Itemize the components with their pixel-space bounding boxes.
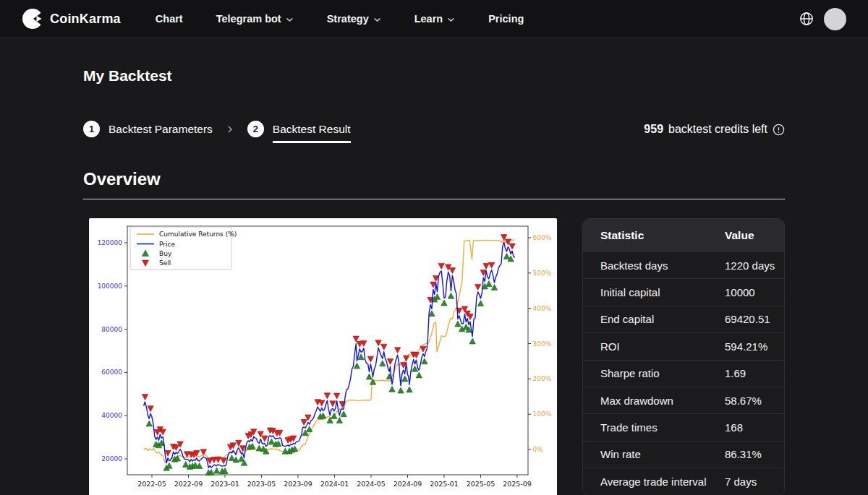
svg-text:Cumulative Returns (%): Cumulative Returns (%) [159, 231, 237, 238]
stat-label: End capital [583, 313, 725, 325]
table-row: Trade times168 [583, 413, 784, 440]
stat-label: Sharpe ratio [583, 367, 725, 379]
stat-value: 594.21% [725, 340, 784, 353]
nav-item-chart[interactable]: Chart [156, 13, 183, 25]
table-row: Sharpe ratio1.69 [583, 360, 784, 387]
section-title-overview: Overview [83, 169, 785, 189]
svg-text:2022-05: 2022-05 [137, 480, 166, 488]
step-1-label: Backtest Parameters [109, 123, 213, 136]
stat-label: Backtest days [583, 259, 725, 272]
nav-item-label: Pricing [488, 13, 524, 25]
credits-count: 959 [644, 123, 663, 136]
page-title: My Backtest [83, 67, 785, 85]
chevron-down-icon [373, 17, 381, 22]
nav-item-strategy[interactable]: Strategy [327, 13, 381, 25]
chevron-down-icon [447, 17, 455, 22]
section-divider [83, 199, 785, 199]
table-row: ROI594.21% [583, 332, 784, 359]
svg-text:2025-09: 2025-09 [503, 480, 532, 488]
header-value: Value [725, 229, 784, 242]
avatar[interactable] [824, 8, 846, 30]
stat-value: 1220 days [725, 259, 784, 272]
svg-text:2024-09: 2024-09 [393, 480, 422, 488]
svg-text:0%: 0% [533, 446, 544, 453]
nav-right [799, 8, 846, 30]
svg-text:400%: 400% [533, 305, 552, 312]
step-1-number: 1 [83, 121, 100, 137]
nav-item-pricing[interactable]: Pricing [488, 13, 524, 25]
language-button[interactable] [799, 12, 814, 26]
svg-text:200%: 200% [533, 375, 552, 382]
svg-text:600%: 600% [533, 234, 552, 241]
stat-label: ROI [583, 340, 725, 353]
nav-item-label: Strategy [327, 13, 369, 25]
nav-item-learn[interactable]: Learn [414, 13, 456, 25]
nav-links: ChartTelegram botStrategyLearnPricing [156, 13, 799, 25]
svg-text:2025-01: 2025-01 [430, 480, 459, 488]
nav-item-telegram-bot[interactable]: Telegram bot [216, 13, 294, 25]
backtest-chart-figure: 2022-052022-092023-012023-052023-092024-… [89, 218, 557, 495]
svg-text:300%: 300% [533, 340, 552, 348]
svg-text:Price: Price [159, 241, 175, 248]
table-row: Max drawdown58.67% [583, 387, 784, 413]
credits-left: 959 backtest credits left [644, 123, 785, 136]
step-backtest-parameters[interactable]: 1 Backtest Parameters [83, 121, 213, 137]
svg-text:80000: 80000 [101, 326, 122, 333]
chevron-right-icon [226, 125, 234, 134]
svg-text:500%: 500% [533, 270, 552, 277]
chevron-down-icon [286, 17, 294, 22]
stepper: 1 Backtest Parameters 2 Backtest Result … [83, 121, 785, 137]
coinkarma-logo-icon [22, 8, 43, 30]
table-row: Initial capital10000 [583, 278, 784, 305]
stat-label: Max drawdown [583, 395, 725, 407]
stat-value: 86.31% [725, 448, 784, 460]
navbar: CoinKarma ChartTelegram botStrategyLearn… [0, 0, 868, 38]
overview-content: 2022-052022-092023-012023-052023-092024-… [83, 218, 785, 495]
header-statistic: Statistic [583, 229, 725, 242]
nav-item-label: Telegram bot [216, 13, 281, 25]
stat-label: Initial capital [583, 286, 725, 298]
stat-value: 168 [725, 421, 784, 434]
info-icon [773, 124, 785, 136]
table-header: Statistic Value [583, 219, 784, 251]
table-row: Average trade interval7 days [583, 468, 784, 494]
svg-text:2025-05: 2025-05 [467, 480, 495, 488]
stat-label: Trade times [583, 421, 725, 434]
credits-text: backtest credits left [668, 123, 767, 136]
stat-value: 7 days [725, 475, 784, 488]
svg-text:Buy: Buy [159, 250, 172, 257]
svg-text:20000: 20000 [101, 455, 122, 462]
svg-text:2024-05: 2024-05 [357, 480, 386, 488]
nav-item-label: Learn [414, 13, 443, 25]
svg-text:120000: 120000 [98, 239, 123, 246]
step-2-label: Backtest Result [273, 123, 351, 136]
table-row: End capital69420.51 [583, 306, 784, 332]
svg-text:2023-05: 2023-05 [247, 480, 276, 488]
main-content: My Backtest 1 Backtest Parameters 2 Back… [83, 67, 785, 495]
svg-text:2023-09: 2023-09 [284, 480, 312, 488]
table-row: Win rate86.31% [583, 441, 784, 468]
svg-text:Sell: Sell [159, 259, 171, 267]
globe-icon [799, 12, 814, 26]
credits-info-button[interactable] [773, 124, 785, 136]
coinkarma-logo[interactable]: CoinKarma [22, 8, 121, 30]
svg-text:100000: 100000 [98, 283, 123, 290]
nav-item-label: Chart [156, 13, 183, 25]
svg-text:100%: 100% [533, 410, 552, 418]
stat-value: 69420.51 [725, 313, 784, 325]
stat-value: 1.69 [725, 367, 784, 379]
step-2-number: 2 [247, 121, 264, 137]
stat-value: 10000 [725, 286, 784, 298]
stat-label: Win rate [583, 448, 725, 460]
table-body: Backtest days1220 daysInitial capital100… [583, 251, 784, 495]
svg-text:2024-01: 2024-01 [320, 480, 349, 488]
backtest-chart: 2022-052022-092023-012023-052023-092024-… [89, 218, 557, 495]
stat-label: Average trade interval [583, 475, 725, 488]
svg-text:2023-01: 2023-01 [210, 480, 239, 488]
step-backtest-result[interactable]: 2 Backtest Result [247, 121, 351, 137]
svg-text:2022-09: 2022-09 [174, 480, 203, 488]
brand-name: CoinKarma [50, 12, 121, 27]
svg-text:60000: 60000 [101, 369, 122, 376]
stat-value: 58.67% [725, 395, 784, 407]
statistics-table: Statistic Value Backtest days1220 daysIn… [582, 218, 785, 495]
